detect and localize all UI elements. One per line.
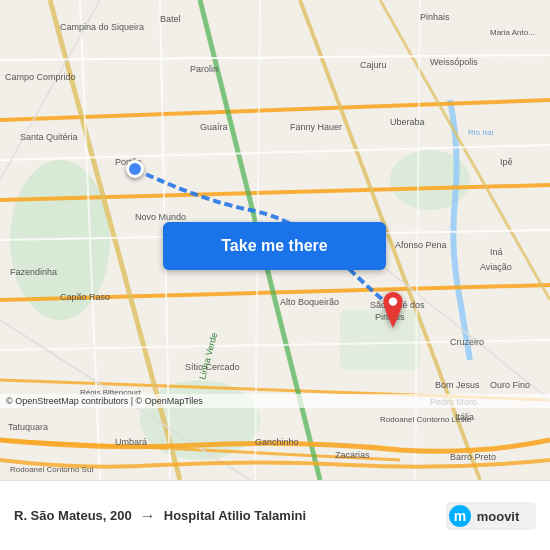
svg-text:Weissópolis: Weissópolis xyxy=(430,57,478,67)
destination-marker xyxy=(378,292,408,332)
bottom-bar: R. São Mateus, 200 → Hospital Atilio Tal… xyxy=(0,480,550,550)
svg-text:Iná: Iná xyxy=(490,247,503,257)
route-from: R. São Mateus, 200 xyxy=(14,508,132,523)
svg-text:Cruzeiro: Cruzeiro xyxy=(450,337,484,347)
svg-text:Linha Verde: Linha Verde xyxy=(197,332,219,381)
svg-text:Pinhais: Pinhais xyxy=(420,12,450,22)
take-me-there-button[interactable]: Take me there xyxy=(163,222,386,270)
svg-text:Cajuru: Cajuru xyxy=(360,60,387,70)
svg-text:Zacarias: Zacarias xyxy=(335,450,370,460)
svg-point-63 xyxy=(389,297,397,305)
svg-text:Maria Anto...: Maria Anto... xyxy=(490,28,535,37)
map-container: Campina do Siqueira Batel Pinhais Maria … xyxy=(0,0,550,480)
svg-text:Rodoanel Contorno Sul: Rodoanel Contorno Sul xyxy=(10,465,93,474)
moovit-logo: m moovit xyxy=(446,502,536,530)
svg-text:Aviação: Aviação xyxy=(480,262,512,272)
svg-text:Barro Preto: Barro Preto xyxy=(450,452,496,462)
svg-text:Campina do Siqueira: Campina do Siqueira xyxy=(60,22,144,32)
svg-text:Ipê: Ipê xyxy=(500,157,513,167)
svg-text:Umbará: Umbará xyxy=(115,437,147,447)
svg-text:Batel: Batel xyxy=(160,14,181,24)
map-attribution: © OpenStreetMap contributors | © OpenMap… xyxy=(0,394,550,408)
svg-text:Parolin: Parolin xyxy=(190,64,218,74)
route-to: Hospital Atilio Talamini xyxy=(164,508,306,523)
svg-text:Uberaba: Uberaba xyxy=(390,117,425,127)
svg-text:Itália: Itália xyxy=(455,412,474,422)
svg-text:Fanny Hauer: Fanny Hauer xyxy=(290,122,342,132)
svg-text:Santa Quitéria: Santa Quitéria xyxy=(20,132,78,142)
svg-text:Sítio Cercado: Sítio Cercado xyxy=(185,362,240,372)
svg-text:m: m xyxy=(454,508,466,524)
svg-text:Novo Mundo: Novo Mundo xyxy=(135,212,186,222)
svg-text:Rio Iraí: Rio Iraí xyxy=(468,128,495,137)
svg-text:Fazendinha: Fazendinha xyxy=(10,267,57,277)
svg-text:Bom Jesus: Bom Jesus xyxy=(435,380,480,390)
svg-text:Guaíra: Guaíra xyxy=(200,122,228,132)
svg-text:Afonso Pena: Afonso Pena xyxy=(395,240,447,250)
svg-text:Tatuquara: Tatuquara xyxy=(8,422,48,432)
svg-text:Campo Comprido: Campo Comprido xyxy=(5,72,76,82)
svg-text:Ganchinho: Ganchinho xyxy=(255,437,299,447)
svg-text:Ouro Fino: Ouro Fino xyxy=(490,380,530,390)
svg-text:Capão Raso: Capão Raso xyxy=(60,292,110,302)
svg-text:moovit: moovit xyxy=(477,509,520,524)
svg-text:Alto Boqueirão: Alto Boqueirão xyxy=(280,297,339,307)
route-arrow: → xyxy=(140,507,156,525)
origin-marker xyxy=(126,160,144,178)
svg-line-12 xyxy=(380,0,550,300)
